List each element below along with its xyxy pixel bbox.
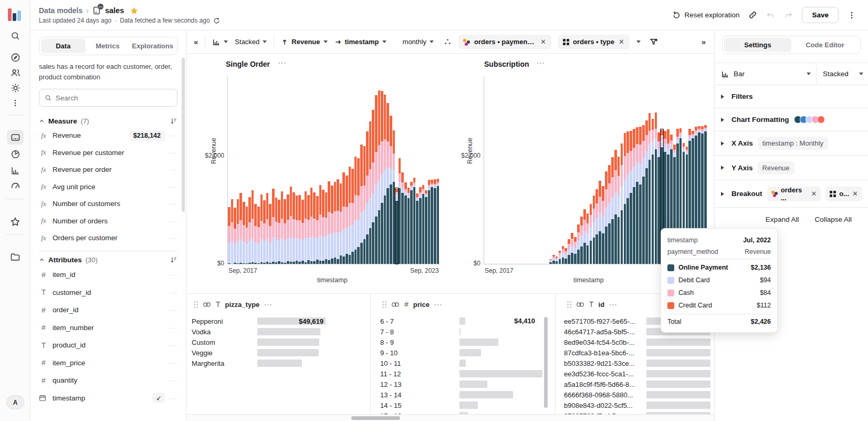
summary-row[interactable]: 13 - 14 bbox=[380, 389, 401, 400]
drag-handle-icon[interactable] bbox=[194, 301, 198, 308]
summary-row[interactable]: 9 - 10 bbox=[380, 347, 398, 358]
stacked-bar[interactable] bbox=[252, 190, 254, 264]
stacked-bar[interactable] bbox=[313, 192, 316, 264]
more-vertical-icon[interactable] bbox=[9, 97, 22, 109]
attribute-item-order_id[interactable]: #order_id··· bbox=[39, 301, 177, 319]
stacked-bar[interactable] bbox=[231, 199, 234, 264]
breakout-dots-icon[interactable] bbox=[444, 38, 452, 46]
stacked-bar[interactable] bbox=[351, 169, 354, 264]
stacked-bar[interactable] bbox=[549, 259, 552, 264]
summary-row[interactable]: 87cdfca3-b1ea-5bc6-... bbox=[564, 347, 634, 358]
summary-row[interactable]: 07335783-f5a4-5ec... bbox=[564, 410, 629, 414]
stacked-bar[interactable] bbox=[346, 176, 348, 264]
summary-row[interactable]: 6 - 7 bbox=[380, 316, 394, 326]
stacked-bar[interactable] bbox=[254, 204, 257, 264]
stacked-bar[interactable] bbox=[369, 121, 372, 264]
row-more-icon[interactable]: ··· bbox=[169, 341, 177, 349]
star-nav-icon[interactable] bbox=[9, 215, 22, 228]
model-nav-icon-active[interactable] bbox=[7, 130, 24, 145]
filter-add-icon[interactable] bbox=[650, 37, 659, 47]
y-axis-value-badge[interactable]: Revenue bbox=[758, 161, 794, 174]
stacked-bar[interactable] bbox=[328, 181, 330, 264]
stacked-bar[interactable] bbox=[556, 256, 558, 264]
row-more-icon[interactable]: ··· bbox=[169, 306, 177, 314]
stack-mode-dropdown[interactable]: Stacked bbox=[235, 38, 267, 46]
close-icon[interactable]: ✕ bbox=[618, 38, 625, 46]
measure-item-revenue-per-order[interactable]: fxRevenue per order··· bbox=[39, 161, 177, 178]
summary-row[interactable]: 14 - 15 bbox=[380, 400, 401, 410]
horizontal-scrollbar[interactable] bbox=[351, 416, 400, 420]
stacked-bar[interactable] bbox=[239, 193, 242, 264]
stacked-bar[interactable] bbox=[593, 196, 595, 264]
summary-row[interactable]: a5a18c9f-f5f6-5d66-8... bbox=[564, 379, 635, 389]
link-fields-icon[interactable] bbox=[576, 301, 584, 308]
stacked-bar[interactable] bbox=[590, 204, 592, 264]
summary-row[interactable]: b908e843-d022-5cf5... bbox=[564, 400, 633, 410]
plot-area-1[interactable] bbox=[227, 76, 441, 264]
pie-chart-icon[interactable] bbox=[9, 148, 22, 160]
summary-row[interactable]: ee571705-f927-5e65-... bbox=[564, 316, 635, 326]
breakout-chip-orders[interactable]: orders ... ✕ bbox=[767, 187, 821, 201]
collapse-right-chevrons[interactable]: » bbox=[702, 37, 706, 46]
stacked-bar[interactable] bbox=[636, 127, 639, 264]
stacked-bar[interactable] bbox=[639, 127, 642, 264]
stacked-bar[interactable] bbox=[363, 146, 366, 264]
row-more-icon[interactable]: ··· bbox=[169, 217, 177, 225]
stacked-bar[interactable] bbox=[552, 255, 555, 264]
stacked-bar[interactable] bbox=[630, 131, 632, 264]
chart-formatting-section[interactable]: Chart Formatting bbox=[715, 108, 868, 131]
search-nav-icon[interactable] bbox=[9, 29, 22, 42]
stacked-bar[interactable] bbox=[577, 224, 580, 264]
summary-row[interactable]: Veggie bbox=[192, 347, 213, 358]
drag-handle-icon[interactable] bbox=[567, 301, 571, 308]
close-icon[interactable]: ✕ bbox=[540, 38, 547, 46]
stacked-bar[interactable] bbox=[587, 213, 589, 264]
stacked-bar[interactable] bbox=[386, 103, 389, 264]
stacked-bar[interactable] bbox=[325, 192, 328, 264]
stacked-bar[interactable] bbox=[360, 145, 363, 264]
chart-type-select[interactable]: Bar bbox=[715, 63, 816, 85]
row-more-icon[interactable]: ··· bbox=[169, 234, 177, 242]
stacked-bar[interactable] bbox=[416, 193, 419, 264]
stacked-bar[interactable] bbox=[298, 195, 301, 264]
tab-data[interactable]: Data bbox=[41, 39, 86, 53]
bar-chart-nav-icon[interactable] bbox=[9, 164, 22, 177]
chart-type-dropdown[interactable] bbox=[212, 38, 228, 46]
measure-item-avg-unit-price[interactable]: fxAvg unit price··· bbox=[39, 178, 177, 196]
stacked-bar[interactable] bbox=[337, 179, 339, 264]
stacked-bar[interactable] bbox=[228, 207, 231, 264]
row-more-icon[interactable]: ··· bbox=[169, 324, 177, 332]
stacked-bar[interactable] bbox=[645, 120, 648, 264]
summary-row[interactable]: b5033382-9d21-53ce... bbox=[564, 358, 634, 368]
stacked-bar[interactable] bbox=[269, 204, 271, 264]
summary-row[interactable]: 7 - 8 bbox=[380, 326, 394, 337]
row-more-icon[interactable]: ··· bbox=[169, 200, 177, 208]
stacked-bar[interactable] bbox=[419, 187, 422, 264]
attribute-item-item_price[interactable]: #item_price··· bbox=[39, 354, 177, 372]
stacked-bar[interactable] bbox=[378, 90, 381, 264]
summary-row[interactable]: Custom bbox=[192, 337, 215, 347]
collapse-all-link[interactable]: Collapse All bbox=[814, 215, 852, 223]
stacked-bar[interactable] bbox=[580, 217, 583, 264]
stacked-bar[interactable] bbox=[393, 130, 395, 264]
attribute-item-item_number[interactable]: #item_number··· bbox=[39, 319, 177, 336]
stacked-bar[interactable] bbox=[568, 239, 570, 264]
summary-row[interactable]: 12 - 13 bbox=[380, 379, 401, 389]
drag-handle-icon[interactable] bbox=[382, 301, 386, 308]
stacked-bar[interactable] bbox=[428, 180, 431, 264]
x-axis-value-badge[interactable]: timestamp : Monthly bbox=[758, 137, 828, 150]
stacked-bar[interactable] bbox=[626, 131, 629, 264]
stacked-bar[interactable] bbox=[234, 208, 236, 264]
breakout-chip-payment-method[interactable]: orders • payment_m... ✕ bbox=[458, 35, 551, 49]
tab-explorations[interactable]: Explorations bbox=[130, 39, 175, 53]
tab-metrics[interactable]: Metrics bbox=[86, 39, 130, 53]
expand-all-link[interactable]: Expand All bbox=[766, 215, 799, 223]
stacked-bar[interactable] bbox=[605, 171, 608, 264]
breakout-chip-type[interactable]: orders • type ✕ bbox=[558, 35, 630, 49]
x-field-dropdown[interactable]: timestamp bbox=[334, 38, 386, 46]
granularity-dropdown[interactable]: monthly bbox=[403, 38, 434, 46]
stacked-bar[interactable] bbox=[246, 207, 248, 264]
app-logo[interactable] bbox=[8, 7, 21, 21]
stacked-bar[interactable] bbox=[260, 194, 263, 264]
summary-more-icon[interactable]: ··· bbox=[434, 301, 443, 309]
